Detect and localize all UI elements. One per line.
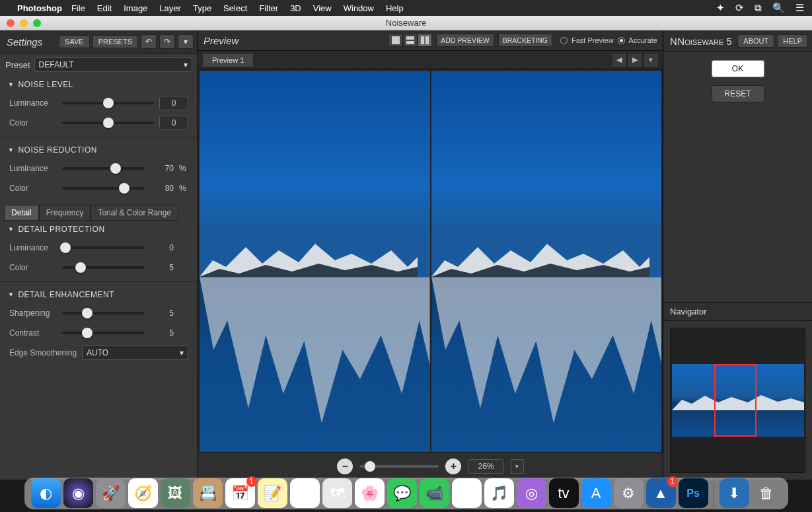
dropdown-icon[interactable]: ▾: [178, 34, 194, 49]
dock-app-photos[interactable]: 🌸: [355, 478, 385, 508]
slider[interactable]: [62, 181, 145, 196]
dock-app-reminders[interactable]: ☑: [290, 478, 320, 508]
control-center-icon[interactable]: ☰: [795, 2, 804, 14]
undo-icon[interactable]: ↶: [141, 34, 157, 49]
preview-before[interactable]: [200, 71, 430, 452]
dock-app-preview[interactable]: 🖼: [161, 478, 190, 508]
tab-tonal-color-range[interactable]: Tonal & Color Range: [91, 205, 178, 221]
app-menu[interactable]: Photoshop: [17, 3, 62, 13]
about-button[interactable]: ABOUT: [737, 34, 774, 48]
zoom-slider[interactable]: [359, 465, 439, 468]
collapse-icon: ▼: [8, 226, 14, 233]
menu-type[interactable]: Type: [193, 3, 211, 13]
edge-smoothening-select[interactable]: AUTO▾: [82, 346, 188, 360]
dock-app-notes[interactable]: 📝: [258, 478, 287, 508]
close-window-button[interactable]: [7, 19, 15, 27]
dock-app-music[interactable]: 🎵: [484, 478, 514, 508]
dock-app-settings[interactable]: ⚙: [614, 478, 644, 508]
menu-select[interactable]: Select: [223, 3, 247, 13]
navigator-region[interactable]: [714, 364, 757, 437]
tab-frequency[interactable]: Frequency: [39, 205, 91, 221]
slider-value[interactable]: 0: [159, 116, 188, 130]
menubar-icon[interactable]: ✦: [716, 2, 725, 14]
macos-menubar: Photoshop File Edit Image Layer Type Sel…: [0, 0, 812, 16]
dock-app-app1[interactable]: ▲1: [646, 478, 676, 508]
menu-file[interactable]: File: [71, 3, 85, 13]
dock-app-news[interactable]: N: [452, 478, 482, 508]
dock-app-photoshop[interactable]: Ps: [679, 478, 708, 508]
menubar-icon[interactable]: ⟳: [735, 2, 744, 14]
dock-app-downloads[interactable]: ⬇: [720, 478, 749, 508]
maximize-window-button[interactable]: [33, 19, 41, 27]
slider-value[interactable]: 0: [159, 96, 188, 110]
menu-edit[interactable]: Edit: [97, 3, 112, 13]
accurate-radio[interactable]: [618, 37, 625, 44]
slider[interactable]: [62, 326, 145, 340]
dock-app-appstore[interactable]: A: [581, 478, 611, 508]
tab-menu-button[interactable]: ▾: [643, 53, 659, 67]
dock-app-trash[interactable]: 🗑: [752, 478, 782, 508]
section-detail-protection[interactable]: ▼DETAIL PROTECTION: [0, 221, 198, 238]
presets-button[interactable]: PRESETS: [92, 35, 138, 48]
add-preview-button[interactable]: ADD PREVIEW: [436, 34, 494, 47]
preset-label: Preset: [5, 60, 30, 70]
view-mode-single[interactable]: [388, 34, 403, 47]
dock-app-calendar[interactable]: 📅1: [225, 478, 255, 508]
next-tab-button[interactable]: ▶: [627, 53, 643, 67]
slider[interactable]: [62, 161, 145, 176]
preview-tab[interactable]: Preview 1: [202, 53, 254, 67]
dock-app-finder[interactable]: ◐: [31, 478, 61, 508]
zoom-out-button[interactable]: −: [337, 458, 353, 474]
menu-view[interactable]: View: [313, 3, 332, 13]
menu-filter[interactable]: Filter: [259, 3, 278, 13]
help-button[interactable]: HELP: [777, 34, 808, 48]
section-noise-level[interactable]: ▼NOISE LEVEL: [0, 76, 198, 93]
dock-app-facetime[interactable]: 📹: [420, 478, 449, 508]
tab-detail[interactable]: Detail: [4, 205, 39, 221]
dock-app-maps[interactable]: 🗺: [322, 478, 352, 508]
preview-after[interactable]: [431, 71, 662, 452]
slider-label: Contrast: [9, 328, 57, 338]
view-mode-vertical[interactable]: [418, 34, 432, 47]
slider-row: Color80%: [0, 178, 198, 198]
section-noise-reduction[interactable]: ▼NOISE REDUCTION: [0, 141, 198, 159]
ok-button[interactable]: OK: [712, 60, 764, 77]
slider[interactable]: [62, 306, 145, 320]
menu-window[interactable]: Window: [344, 3, 374, 13]
dock-app-safari[interactable]: 🧭: [128, 478, 158, 508]
slider[interactable]: [62, 116, 154, 130]
bracketing-button[interactable]: BRACKETING: [498, 34, 552, 47]
reset-button[interactable]: RESET: [712, 85, 764, 102]
slider-label: Luminance: [9, 243, 57, 252]
dock-app-siri[interactable]: ◉: [63, 478, 93, 508]
menu-layer[interactable]: Layer: [159, 3, 181, 13]
save-button[interactable]: SAVE: [59, 35, 90, 48]
preset-select[interactable]: DEFAULT▾: [34, 57, 192, 72]
dock-app-tv[interactable]: tv: [549, 478, 579, 508]
minimize-window-button[interactable]: [20, 19, 28, 27]
spotlight-icon[interactable]: 🔍: [772, 2, 785, 14]
zoom-in-button[interactable]: +: [445, 458, 461, 474]
redo-icon[interactable]: ↷: [159, 34, 175, 49]
navigator-viewport[interactable]: [670, 328, 805, 473]
preview-image-area[interactable]: [198, 69, 663, 453]
fast-preview-radio[interactable]: [560, 37, 568, 44]
dock-app-podcasts[interactable]: ◎: [517, 478, 546, 508]
section-detail-enhancement[interactable]: ▼DETAIL ENHANCEMENT: [0, 286, 198, 303]
dock-app-launchpad[interactable]: 🚀: [96, 478, 126, 508]
screen-mirroring-icon[interactable]: ⧉: [755, 2, 762, 14]
slider-value: 5: [150, 328, 174, 338]
menu-3d[interactable]: 3D: [290, 3, 301, 13]
chevron-down-icon: ▾: [184, 60, 188, 69]
accurate-label: Accurate: [629, 36, 657, 44]
prev-tab-button[interactable]: ◀: [611, 53, 627, 67]
menu-help[interactable]: Help: [386, 3, 404, 13]
slider[interactable]: [62, 240, 145, 255]
view-mode-horizontal[interactable]: [403, 34, 418, 47]
dock-app-contacts[interactable]: 📇: [193, 478, 223, 508]
zoom-dropdown[interactable]: ▾: [511, 459, 524, 474]
slider[interactable]: [62, 96, 154, 110]
dock-app-messages[interactable]: 💬: [387, 478, 417, 508]
menu-image[interactable]: Image: [124, 3, 147, 13]
slider[interactable]: [62, 260, 145, 275]
